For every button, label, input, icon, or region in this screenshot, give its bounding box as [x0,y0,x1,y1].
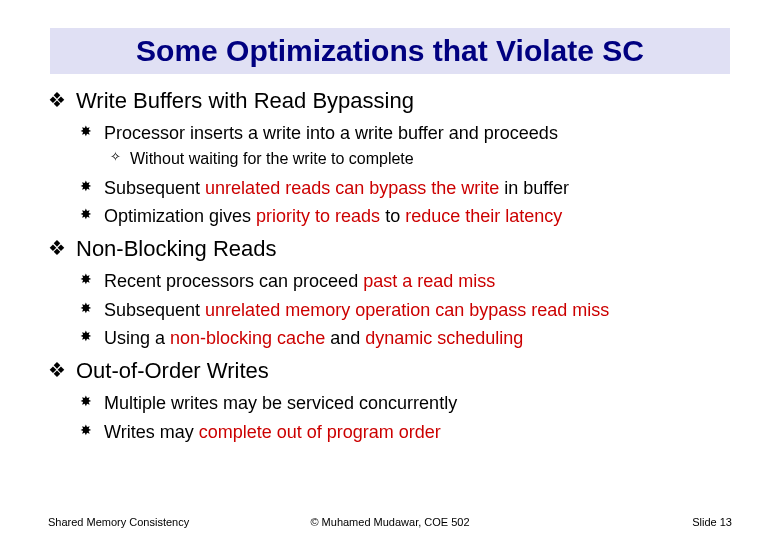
bullet-l1: Write Buffers with Read BypassingProcess… [48,84,732,232]
text-run: Processor inserts a write into a write b… [104,123,558,143]
text-run: Using a [104,328,170,348]
footer-right: Slide 13 [692,516,732,528]
slide-title: Some Optimizations that Violate SC [58,34,722,68]
bullet-list-level2: Processor inserts a write into a write b… [76,118,732,230]
text-run: Recent processors can proceed [104,271,363,291]
text-run: complete out of program order [199,422,441,442]
bullet-list-level2: Recent processors can proceed past a rea… [76,266,732,352]
bullet-list-level3: Without waiting for the write to complet… [104,147,732,171]
text-run: non-blocking cache [170,328,325,348]
bullet-l2: Recent processors can proceed past a rea… [76,266,732,295]
bullet-l3: Without waiting for the write to complet… [104,147,732,171]
footer-left: Shared Memory Consistency [48,516,189,528]
bullet-l1: Out-of-Order WritesMultiple writes may b… [48,354,732,447]
bullet-l1: Non-Blocking ReadsRecent processors can … [48,232,732,354]
text-run: Subsequent [104,178,205,198]
section-heading: Out-of-Order Writes [76,358,269,383]
slide-footer: Shared Memory Consistency © Muhamed Muda… [0,516,780,528]
slide-title-bar: Some Optimizations that Violate SC [50,28,730,74]
bullet-l2: Writes may complete out of program order [76,417,732,446]
bullet-list-level2: Multiple writes may be serviced concurre… [76,388,732,445]
section-heading: Non-Blocking Reads [76,236,277,261]
bullet-l2: Optimization gives priority to reads to … [76,201,732,230]
bullet-l2: Using a non-blocking cache and dynamic s… [76,323,732,352]
text-run: in buffer [499,178,569,198]
bullet-l2: Subsequent unrelated reads can bypass th… [76,173,732,202]
text-run: Without waiting for the write to complet… [130,150,414,167]
text-run: reduce their latency [405,206,562,226]
text-run: Optimization gives [104,206,256,226]
text-run: Subsequent [104,300,205,320]
text-run: past a read miss [363,271,495,291]
text-run: unrelated memory operation can bypass re… [205,300,609,320]
text-run: and [325,328,365,348]
bullet-l2: Processor inserts a write into a write b… [76,118,732,173]
section-heading: Write Buffers with Read Bypassing [76,88,414,113]
text-run: unrelated reads can bypass the write [205,178,499,198]
text-run: priority to reads [256,206,380,226]
text-run: to [380,206,405,226]
text-run: Writes may [104,422,199,442]
text-run: dynamic scheduling [365,328,523,348]
slide-content: Write Buffers with Read BypassingProcess… [0,84,780,447]
footer-center: © Muhamed Mudawar, COE 502 [310,516,469,528]
bullet-l2: Subsequent unrelated memory operation ca… [76,295,732,324]
bullet-l2: Multiple writes may be serviced concurre… [76,388,732,417]
text-run: Multiple writes may be serviced concurre… [104,393,457,413]
bullet-list-level1: Write Buffers with Read BypassingProcess… [48,84,732,447]
